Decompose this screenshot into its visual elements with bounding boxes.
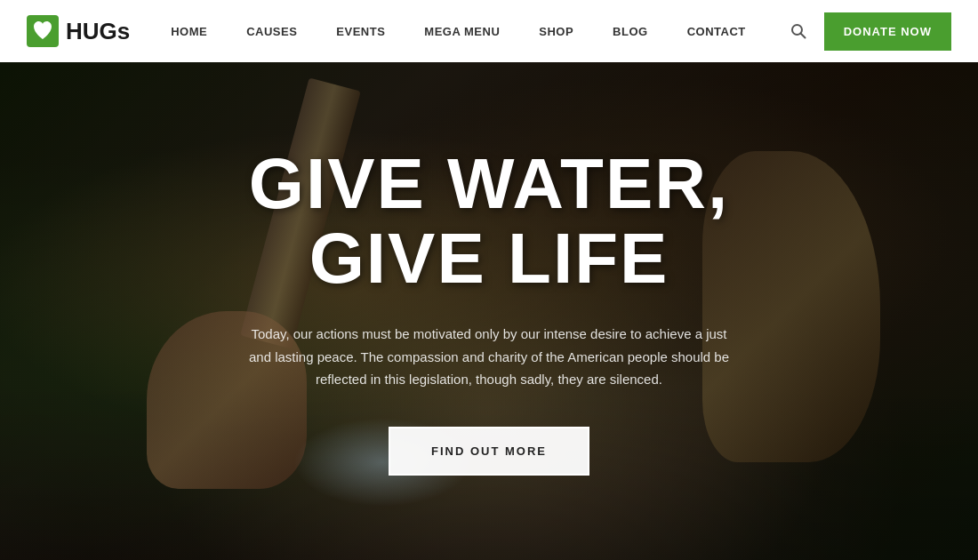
logo-text: HUGs [66,18,130,45]
hero-content: GIVE WATER, GIVE LIFE Today, our actions… [151,147,827,476]
search-icon [790,23,806,39]
logo-icon [27,15,59,47]
nav-item-shop[interactable]: SHOP [519,0,593,62]
header-actions: DONATE NOW [787,12,951,51]
search-button[interactable] [787,20,810,43]
nav-item-events[interactable]: EVENTS [317,0,405,62]
donate-button[interactable]: DONATE NOW [824,12,951,51]
svg-line-2 [800,34,805,38]
header: HUGs HOME CAUSES EVENTS MEGA MENU SHOP B… [0,0,978,62]
nav-item-home[interactable]: HOME [151,0,227,62]
main-nav: HOME CAUSES EVENTS MEGA MENU SHOP BLOG C… [130,0,786,62]
hero-section: GIVE WATER, GIVE LIFE Today, our actions… [0,62,978,560]
nav-item-blog[interactable]: BLOG [593,0,668,62]
hero-title: GIVE WATER, GIVE LIFE [169,147,809,296]
nav-item-contact[interactable]: CONTACT [668,0,766,62]
logo[interactable]: HUGs [27,15,130,47]
hero-cta-button[interactable]: FIND OUT MORE [389,427,589,476]
nav-item-mega-menu[interactable]: MEGA MENU [405,0,519,62]
nav-item-causes[interactable]: CAUSES [227,0,317,62]
hero-subtitle: Today, our actions must be motivated onl… [240,323,738,391]
